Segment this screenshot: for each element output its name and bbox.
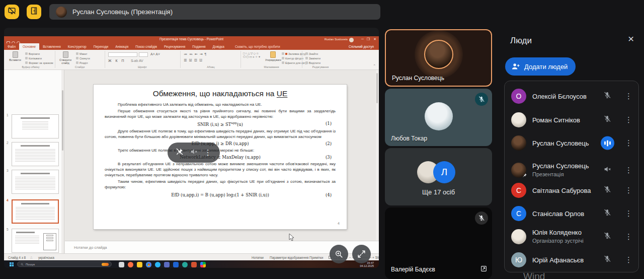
- tab-insert[interactable]: Вставлення: [39, 43, 64, 50]
- close-button[interactable]: ✕: [373, 37, 376, 41]
- font-name-box[interactable]: [108, 52, 137, 57]
- windows-watermark: Wind: [523, 271, 545, 279]
- zoom-in-icon[interactable]: +: [372, 256, 374, 259]
- fullscreen-button[interactable]: [352, 245, 371, 263]
- more-options-icon[interactable]: ⋮: [625, 138, 632, 148]
- slide-thumbnail-selected[interactable]: [12, 199, 59, 224]
- font-size-box[interactable]: [139, 52, 148, 57]
- tab-design[interactable]: Конструктор: [64, 43, 90, 50]
- section-button[interactable]: Розділ: [76, 61, 88, 64]
- more-options-icon[interactable]: ⋮: [625, 186, 632, 195]
- shape-outline-button[interactable]: Контур фігури: [282, 57, 303, 60]
- format-painter-button[interactable]: Формат за зразком: [25, 61, 53, 64]
- status-comments-button[interactable]: Примітки: [309, 256, 323, 259]
- zoom-shared-screen-button[interactable]: [330, 245, 348, 263]
- start-button[interactable]: [10, 262, 14, 266]
- unpin-icon[interactable]: [176, 148, 184, 158]
- slide-thumbnail[interactable]: [12, 170, 59, 194]
- reset-button[interactable]: Скинути: [76, 57, 90, 60]
- taskbar-app-icon[interactable]: [173, 262, 179, 267]
- more-options-icon[interactable]: ⋮: [625, 209, 632, 218]
- video-tile-valeriy[interactable]: Валерій Бадєєв: [385, 207, 492, 279]
- language-indicator[interactable]: українська: [38, 256, 54, 259]
- tab-slideshow[interactable]: Показ слайдів: [132, 43, 160, 50]
- close-panel-icon[interactable]: ×: [628, 33, 634, 44]
- thumbnail-scrollbar[interactable]: [61, 70, 64, 253]
- cut-button[interactable]: Вирізати: [25, 52, 40, 55]
- new-slide-button[interactable]: Створити слайд: [57, 51, 74, 64]
- text-effects-icons[interactable]: S̶ ab AV: [131, 59, 143, 62]
- tab-view[interactable]: Подання: [189, 43, 209, 50]
- zoom-out-icon[interactable]: −: [349, 256, 351, 259]
- replace-button[interactable]: Замінити: [305, 57, 320, 60]
- minimize-button[interactable]: ─: [361, 37, 364, 41]
- taskbar-search[interactable]: Пошук: [17, 261, 112, 267]
- tell-me-box[interactable]: Скажіть, що потрібно зробити: [228, 43, 284, 50]
- more-options-icon[interactable]: ⋮: [625, 92, 632, 101]
- stop-presenting-button[interactable]: [5, 5, 19, 19]
- collapse-ribbon-icon[interactable]: ⌃: [373, 64, 376, 68]
- participant-row[interactable]: Роман Ситніков ⋮: [504, 108, 639, 131]
- shape-effects-button[interactable]: Ефекти для фігур: [282, 61, 308, 64]
- leave-call-button[interactable]: [27, 5, 41, 19]
- audio-off-icon[interactable]: [190, 148, 198, 158]
- tab-animations[interactable]: Анімація: [112, 43, 132, 50]
- slide-thumbnail[interactable]: [12, 114, 59, 138]
- shape-fill-button[interactable]: Заливка фігури: [282, 52, 308, 55]
- more-options-icon[interactable]: ⋮: [625, 232, 632, 241]
- slide-area-scrollbar[interactable]: [376, 70, 378, 241]
- taskbar-app-icon[interactable]: [200, 262, 206, 267]
- taskbar-app-icon[interactable]: [164, 262, 170, 267]
- more-people-tile[interactable]: Л Ще 17 осіб: [385, 148, 492, 205]
- magnifier-plus-icon: [334, 249, 344, 259]
- bullets-numbering-icons[interactable]: ≔ ≕ ⇤ ⇥ ¶: [184, 52, 234, 56]
- more-options-icon[interactable]: ⋮: [625, 255, 632, 264]
- video-tile-ruslan[interactable]: Руслан Сусловець: [385, 29, 492, 87]
- slide-thumbnail[interactable]: [12, 142, 59, 166]
- shapes-gallery[interactable]: □○△▽◇☆ ⬠⬡▭⋄✧✦: [243, 52, 265, 59]
- paste-button[interactable]: Вставити: [8, 51, 23, 61]
- tab-transitions[interactable]: Переходи: [90, 43, 112, 50]
- alignment-icons[interactable]: ☰ ☱ ☲ ☳: [184, 58, 234, 62]
- slide-canvas[interactable]: Обмеження, що накладаються на UE Проблем…: [94, 85, 347, 229]
- slide-thumbnail-panel[interactable]: 1 2 3 4 5 6 7: [4, 70, 64, 253]
- taskbar-app-icon[interactable]: [128, 262, 133, 267]
- taskbar-app-icon[interactable]: [146, 262, 151, 267]
- taskbar-app-icon[interactable]: [155, 262, 160, 267]
- font-style-buttons[interactable]: Ж К П: [108, 59, 125, 62]
- layout-button[interactable]: Макет: [76, 52, 88, 55]
- tab-review[interactable]: Рецензування: [160, 43, 189, 50]
- taskbar-app-icon[interactable]: [137, 262, 142, 267]
- more-options-icon[interactable]: ⋮: [625, 115, 632, 124]
- select-button[interactable]: Виділити: [305, 61, 320, 64]
- more-options-icon[interactable]: ⋮: [204, 148, 212, 157]
- open-in-new-icon[interactable]: [480, 265, 487, 274]
- taskbar-app-icon[interactable]: [182, 262, 188, 267]
- add-people-button[interactable]: Додати людей: [505, 57, 576, 76]
- spellcheck-icon[interactable]: ⎍: [30, 256, 33, 260]
- presenting-source-chip[interactable]: Руслан Сусловець (Презентація): [49, 4, 380, 20]
- slide-thumbnail[interactable]: [12, 229, 59, 253]
- more-options-icon[interactable]: ⋮: [625, 166, 632, 175]
- participant-row[interactable]: Юлія Коляденко Організатор зустрічі ⋮: [504, 223, 639, 250]
- tab-file[interactable]: Файл: [4, 43, 19, 50]
- participant-row[interactable]: С Станіслав Орлов ⋮: [504, 202, 639, 225]
- grow-shrink-font-icons[interactable]: A˄ A˅: [150, 52, 160, 56]
- participant-row[interactable]: О Олексій Бєлоусов ⋮: [504, 85, 639, 108]
- taskbar-app-icon[interactable]: [119, 262, 124, 267]
- video-tile-lyubov[interactable]: Любов Токар: [385, 89, 492, 146]
- tab-help[interactable]: Довідка: [209, 43, 228, 50]
- taskbar-app-icon[interactable]: [191, 262, 197, 267]
- find-button[interactable]: Знайти: [305, 52, 318, 55]
- restore-button[interactable]: ❐: [367, 37, 370, 41]
- arrange-button[interactable]: Упорядкувати: [265, 51, 280, 61]
- participant-row[interactable]: С Світлана Сабурова ⋮: [504, 179, 639, 202]
- avatar: [511, 229, 526, 244]
- participant-row[interactable]: Руслан Сусловець ⋮: [504, 131, 639, 155]
- participant-row[interactable]: Ю Юрій Афанасьєв ⋮: [504, 248, 639, 271]
- share-button[interactable]: Спільний доступ: [349, 43, 379, 50]
- status-display-options[interactable]: Параметри відображення: [270, 256, 308, 259]
- status-notes-button[interactable]: Нотатки: [252, 256, 264, 259]
- tab-home[interactable]: Основне: [19, 43, 39, 50]
- copy-button[interactable]: Копіювати: [25, 57, 42, 60]
